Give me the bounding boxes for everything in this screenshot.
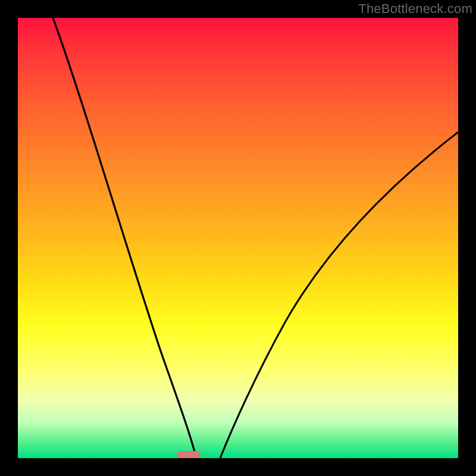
curve-left-branch <box>53 18 196 458</box>
watermark-text: TheBottleneck.com <box>358 1 472 17</box>
curve-right-branch <box>220 132 458 458</box>
trough-marker <box>177 451 201 458</box>
chart-curves <box>18 18 458 458</box>
